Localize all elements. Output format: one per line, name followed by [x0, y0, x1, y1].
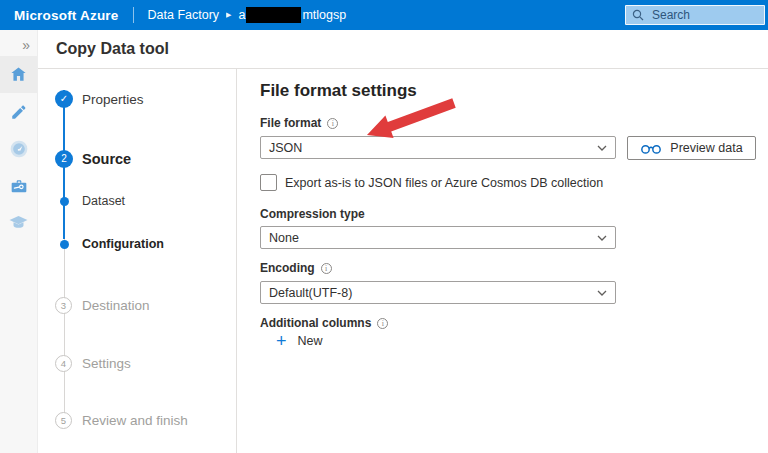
- step-review-and-finish[interactable]: 5 Review and finish: [55, 411, 230, 429]
- factory-name-prefix: a: [238, 8, 245, 22]
- substep-dot-icon: [60, 197, 69, 206]
- step-label: Source: [82, 151, 131, 167]
- sidebar-item-manage[interactable]: [0, 167, 37, 204]
- factory-name-suffix: mtlogsp: [302, 8, 346, 22]
- azure-logo[interactable]: Microsoft Azure: [14, 8, 119, 23]
- file-format-dropdown[interactable]: JSON: [260, 136, 616, 159]
- breadcrumb-data-factory[interactable]: Data Factory: [148, 8, 220, 22]
- info-icon[interactable]: i: [327, 118, 338, 129]
- info-icon[interactable]: i: [377, 318, 388, 329]
- step-properties[interactable]: ✓ Properties: [55, 90, 230, 108]
- substep-label: Dataset: [82, 194, 125, 208]
- breadcrumb-caret-icon: ▶: [226, 11, 231, 19]
- preview-data-button[interactable]: Preview data: [627, 136, 756, 160]
- step-number-badge: 3: [55, 297, 72, 314]
- dropdown-value: JSON: [269, 141, 302, 155]
- step-number-badge: 5: [55, 412, 72, 429]
- label-text: Encoding: [260, 261, 315, 275]
- encoding-dropdown[interactable]: Default(UTF-8): [260, 281, 616, 304]
- substep-dot-icon: [60, 240, 69, 249]
- step-label: Properties: [82, 92, 144, 107]
- label-text: Additional columns: [260, 316, 371, 330]
- search-box[interactable]: [625, 5, 765, 25]
- substep-configuration[interactable]: Configuration: [55, 235, 230, 253]
- step-label: Review and finish: [82, 413, 188, 428]
- page-header: Copy Data tool: [38, 30, 768, 69]
- step-completed-check-icon: ✓: [55, 90, 73, 108]
- home-icon: [9, 65, 28, 84]
- file-format-settings-panel: File format settings File format i JSON: [237, 69, 768, 453]
- chevron-down-icon: [597, 235, 607, 241]
- glasses-icon: [640, 143, 662, 154]
- chevron-down-icon: [597, 290, 607, 296]
- step-label: Settings: [82, 356, 131, 371]
- toolbox-icon: [9, 176, 29, 196]
- step-number-badge: 4: [55, 355, 72, 372]
- new-button-label: New: [298, 334, 323, 348]
- file-format-label: File format i: [260, 116, 338, 130]
- gauge-icon: [9, 139, 29, 159]
- top-bar: Microsoft Azure Data Factory ▶ a mtlogsp: [0, 0, 768, 30]
- export-asis-label: Export as-is to JSON files or Azure Cosm…: [285, 176, 603, 190]
- sidebar-item-monitor[interactable]: [0, 130, 37, 167]
- step-source[interactable]: 2 Source: [55, 150, 230, 168]
- main-area: Copy Data tool ✓ Properties 2 Source Dat…: [38, 30, 768, 453]
- redaction-box: [246, 7, 301, 23]
- sidebar-item-learning[interactable]: [0, 204, 37, 241]
- expand-nav-icon[interactable]: »: [0, 36, 37, 56]
- section-heading: File format settings: [260, 81, 417, 101]
- page-title: Copy Data tool: [56, 40, 169, 58]
- graduation-cap-icon: [8, 212, 29, 233]
- additional-columns-label: Additional columns i: [260, 316, 388, 330]
- info-icon[interactable]: i: [321, 263, 332, 274]
- step-destination[interactable]: 3 Destination: [55, 296, 230, 314]
- dropdown-value: None: [269, 231, 299, 245]
- breadcrumb-factory-name[interactable]: a mtlogsp: [238, 7, 346, 23]
- sidebar-item-author[interactable]: [0, 93, 37, 130]
- plus-icon: +: [276, 333, 287, 349]
- compression-type-dropdown[interactable]: None: [260, 226, 616, 249]
- preview-data-label: Preview data: [670, 141, 742, 155]
- step-number-badge: 2: [55, 150, 73, 168]
- topbar-divider: [133, 7, 134, 23]
- left-nav: »: [0, 30, 38, 453]
- step-label: Destination: [82, 298, 150, 313]
- export-asis-row: Export as-is to JSON files or Azure Cosm…: [260, 174, 603, 191]
- search-icon: [632, 9, 644, 21]
- search-input[interactable]: [650, 7, 758, 23]
- pencil-icon: [10, 103, 28, 121]
- wizard-stepper: ✓ Properties 2 Source Dataset Configurat…: [38, 69, 237, 453]
- export-asis-checkbox[interactable]: [260, 174, 277, 191]
- chevron-down-icon: [597, 145, 607, 151]
- stepper-line-upcoming: [64, 239, 65, 420]
- breadcrumb: Data Factory ▶ a mtlogsp: [148, 7, 347, 23]
- encoding-label: Encoding i: [260, 261, 332, 275]
- substep-label: Configuration: [82, 237, 164, 251]
- compression-type-label: Compression type: [260, 207, 365, 221]
- substep-dataset[interactable]: Dataset: [55, 192, 230, 210]
- label-text: Compression type: [260, 207, 365, 221]
- sidebar-item-home[interactable]: [0, 56, 37, 93]
- label-text: File format: [260, 116, 321, 130]
- step-settings[interactable]: 4 Settings: [55, 354, 230, 372]
- add-new-column-button[interactable]: + New: [276, 333, 323, 349]
- dropdown-value: Default(UTF-8): [269, 286, 352, 300]
